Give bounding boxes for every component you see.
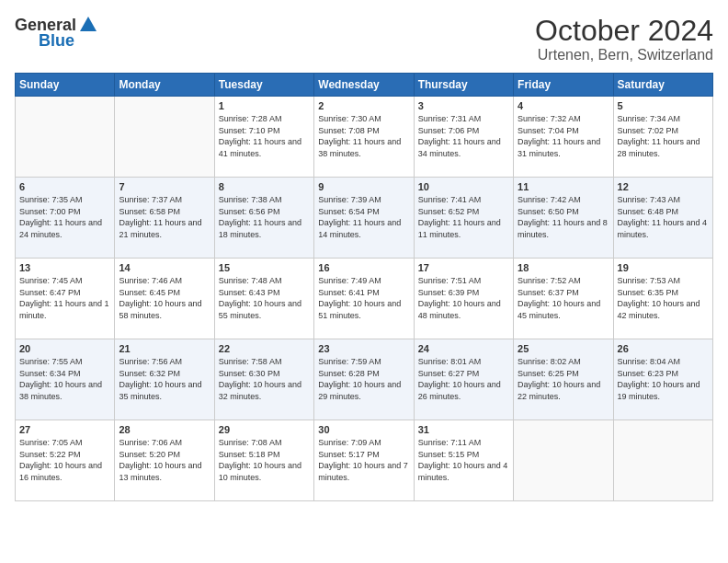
- daylight-text: Daylight: 11 hours and 34 minutes.: [418, 136, 509, 159]
- day-number: 14: [119, 262, 210, 273]
- calendar-week-row: 1Sunrise: 7:28 AMSunset: 7:10 PMDaylight…: [16, 97, 713, 178]
- day-number: 20: [19, 343, 110, 354]
- sunset-text: Sunset: 7:04 PM: [518, 125, 609, 137]
- daylight-text: Daylight: 11 hours and 18 minutes.: [219, 217, 310, 240]
- daylight-text: Daylight: 10 hours and 55 minutes.: [219, 298, 310, 321]
- sunrise-text: Sunrise: 7:11 AM: [418, 437, 509, 449]
- sunset-text: Sunset: 6:23 PM: [618, 368, 709, 380]
- table-cell: 7Sunrise: 7:37 AMSunset: 6:58 PMDaylight…: [115, 178, 214, 259]
- sunset-text: Sunset: 6:54 PM: [318, 206, 409, 218]
- table-cell: 4Sunrise: 7:32 AMSunset: 7:04 PMDaylight…: [514, 97, 613, 178]
- day-info: Sunrise: 7:38 AMSunset: 6:56 PMDaylight:…: [219, 194, 310, 240]
- daylight-text: Daylight: 11 hours and 4 minutes.: [618, 217, 709, 240]
- day-info: Sunrise: 7:58 AMSunset: 6:30 PMDaylight:…: [219, 356, 310, 402]
- daylight-text: Daylight: 10 hours and 19 minutes.: [618, 379, 709, 402]
- table-cell: 31Sunrise: 7:11 AMSunset: 5:15 PMDayligh…: [414, 420, 513, 501]
- daylight-text: Daylight: 11 hours and 28 minutes.: [618, 136, 709, 159]
- col-thursday: Thursday: [414, 74, 513, 97]
- day-info: Sunrise: 8:02 AMSunset: 6:25 PMDaylight:…: [518, 356, 609, 402]
- sunset-text: Sunset: 6:37 PM: [518, 287, 609, 299]
- day-info: Sunrise: 7:32 AMSunset: 7:04 PMDaylight:…: [518, 113, 609, 159]
- sunset-text: Sunset: 5:22 PM: [19, 449, 110, 461]
- col-tuesday: Tuesday: [214, 74, 313, 97]
- day-number: 30: [318, 424, 409, 435]
- day-number: 7: [119, 181, 210, 192]
- table-cell: 20Sunrise: 7:55 AMSunset: 6:34 PMDayligh…: [16, 339, 115, 420]
- table-cell: [16, 97, 115, 178]
- day-number: 13: [19, 262, 110, 273]
- table-cell: 28Sunrise: 7:06 AMSunset: 5:20 PMDayligh…: [115, 420, 214, 501]
- day-info: Sunrise: 7:53 AMSunset: 6:35 PMDaylight:…: [618, 275, 709, 321]
- table-cell: 12Sunrise: 7:43 AMSunset: 6:48 PMDayligh…: [613, 178, 712, 259]
- day-info: Sunrise: 7:35 AMSunset: 7:00 PMDaylight:…: [19, 194, 110, 240]
- day-number: 5: [618, 100, 709, 111]
- col-friday: Friday: [514, 74, 613, 97]
- sunrise-text: Sunrise: 7:30 AM: [318, 113, 409, 125]
- day-info: Sunrise: 7:08 AMSunset: 5:18 PMDaylight:…: [219, 437, 310, 483]
- sunset-text: Sunset: 6:52 PM: [418, 206, 509, 218]
- day-number: 22: [219, 343, 310, 354]
- day-info: Sunrise: 7:51 AMSunset: 6:39 PMDaylight:…: [418, 275, 509, 321]
- sunset-text: Sunset: 6:27 PM: [418, 368, 509, 380]
- calendar-week-row: 20Sunrise: 7:55 AMSunset: 6:34 PMDayligh…: [16, 339, 713, 420]
- day-info: Sunrise: 7:39 AMSunset: 6:54 PMDaylight:…: [318, 194, 409, 240]
- daylight-text: Daylight: 10 hours and 51 minutes.: [318, 298, 409, 321]
- calendar-week-row: 6Sunrise: 7:35 AMSunset: 7:00 PMDaylight…: [16, 178, 713, 259]
- table-cell: 13Sunrise: 7:45 AMSunset: 6:47 PMDayligh…: [16, 259, 115, 339]
- sunrise-text: Sunrise: 8:04 AM: [618, 356, 709, 368]
- day-number: 23: [318, 343, 409, 354]
- title-section: October 2024 Urtenen, Bern, Switzerland: [535, 15, 713, 63]
- day-info: Sunrise: 7:46 AMSunset: 6:45 PMDaylight:…: [119, 275, 210, 321]
- day-number: 17: [418, 262, 509, 273]
- day-number: 10: [418, 181, 509, 192]
- day-number: 1: [219, 100, 310, 111]
- daylight-text: Daylight: 10 hours and 26 minutes.: [418, 379, 509, 402]
- day-info: Sunrise: 7:34 AMSunset: 7:02 PMDaylight:…: [618, 113, 709, 159]
- table-cell: 14Sunrise: 7:46 AMSunset: 6:45 PMDayligh…: [115, 259, 214, 339]
- daylight-text: Daylight: 10 hours and 35 minutes.: [119, 379, 210, 402]
- table-cell: 19Sunrise: 7:53 AMSunset: 6:35 PMDayligh…: [613, 259, 712, 339]
- sunrise-text: Sunrise: 7:39 AM: [318, 194, 409, 206]
- day-number: 8: [219, 181, 310, 192]
- logo: General Blue: [15, 15, 98, 51]
- sunset-text: Sunset: 6:25 PM: [518, 368, 609, 380]
- sunset-text: Sunset: 7:02 PM: [618, 125, 709, 137]
- sunrise-text: Sunrise: 7:45 AM: [19, 275, 110, 287]
- day-info: Sunrise: 7:59 AMSunset: 6:28 PMDaylight:…: [318, 356, 409, 402]
- day-number: 11: [518, 181, 609, 192]
- day-info: Sunrise: 7:42 AMSunset: 6:50 PMDaylight:…: [518, 194, 609, 240]
- day-number: 27: [19, 424, 110, 435]
- month-title: October 2024: [535, 15, 713, 47]
- day-info: Sunrise: 8:01 AMSunset: 6:27 PMDaylight:…: [418, 356, 509, 402]
- day-info: Sunrise: 7:11 AMSunset: 5:15 PMDaylight:…: [418, 437, 509, 483]
- day-number: 21: [119, 343, 210, 354]
- calendar-week-row: 27Sunrise: 7:05 AMSunset: 5:22 PMDayligh…: [16, 420, 713, 501]
- daylight-text: Daylight: 10 hours and 29 minutes.: [318, 379, 409, 402]
- day-number: 16: [318, 262, 409, 273]
- table-cell: [514, 420, 613, 501]
- sunset-text: Sunset: 6:48 PM: [618, 206, 709, 218]
- day-number: 29: [219, 424, 310, 435]
- day-info: Sunrise: 7:05 AMSunset: 5:22 PMDaylight:…: [19, 437, 110, 483]
- daylight-text: Daylight: 10 hours and 7 minutes.: [318, 460, 409, 483]
- sunset-text: Sunset: 7:10 PM: [219, 125, 310, 137]
- page: General Blue October 2024 Urtenen, Bern,…: [0, 0, 728, 563]
- day-number: 28: [119, 424, 210, 435]
- sunset-text: Sunset: 6:41 PM: [318, 287, 409, 299]
- sunrise-text: Sunrise: 7:32 AM: [518, 113, 609, 125]
- table-cell: [613, 420, 712, 501]
- daylight-text: Daylight: 11 hours and 38 minutes.: [318, 136, 409, 159]
- col-wednesday: Wednesday: [314, 74, 414, 97]
- daylight-text: Daylight: 10 hours and 45 minutes.: [518, 298, 609, 321]
- day-number: 2: [318, 100, 409, 111]
- table-cell: 23Sunrise: 7:59 AMSunset: 6:28 PMDayligh…: [314, 339, 414, 420]
- sunset-text: Sunset: 7:00 PM: [19, 206, 110, 218]
- daylight-text: Daylight: 10 hours and 22 minutes.: [518, 379, 609, 402]
- table-cell: 8Sunrise: 7:38 AMSunset: 6:56 PMDaylight…: [214, 178, 313, 259]
- sunset-text: Sunset: 5:15 PM: [418, 449, 509, 461]
- table-cell: 9Sunrise: 7:39 AMSunset: 6:54 PMDaylight…: [314, 178, 414, 259]
- day-number: 31: [418, 424, 509, 435]
- daylight-text: Daylight: 10 hours and 4 minutes.: [418, 460, 509, 483]
- sunrise-text: Sunrise: 7:59 AM: [318, 356, 409, 368]
- table-cell: 25Sunrise: 8:02 AMSunset: 6:25 PMDayligh…: [514, 339, 613, 420]
